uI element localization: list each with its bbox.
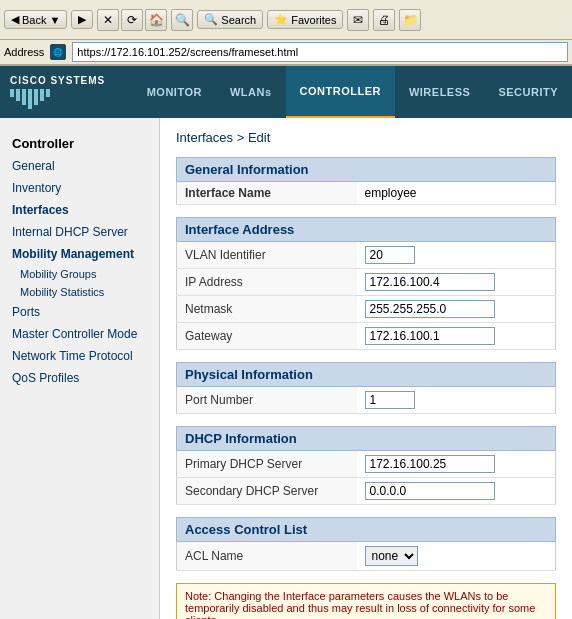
nav-tabs: MONITOR WLANs CONTROLLER WIRELESS SECURI… — [133, 66, 572, 118]
table-row: Primary DHCP Server — [177, 451, 556, 478]
refresh-button[interactable]: ⟳ — [121, 9, 143, 31]
sidebar: Controller General Inventory Interfaces … — [0, 118, 160, 619]
note-box: Note: Changing the Interface parameters … — [176, 583, 556, 619]
sidebar-item-qos[interactable]: QoS Profiles — [0, 367, 159, 389]
main-container: Controller General Inventory Interfaces … — [0, 118, 572, 619]
tab-monitor[interactable]: MONITOR — [133, 66, 216, 118]
address-bar: Address 🌐 — [0, 40, 572, 66]
primary-dhcp-label: Primary DHCP Server — [177, 451, 357, 478]
bar2 — [16, 89, 20, 101]
back-button[interactable]: ◀ Back ▼ — [4, 10, 67, 29]
address-label: Address — [4, 46, 44, 58]
section-dhcp-title: DHCP Information — [176, 426, 556, 451]
back-arrow-icon: ◀ — [11, 13, 19, 26]
stop-button[interactable]: ✕ — [97, 9, 119, 31]
secondary-dhcp-label: Secondary DHCP Server — [177, 478, 357, 505]
browser-toolbar: ◀ Back ▼ ▶ ✕ ⟳ 🏠 🔍 🔍 Search ⭐ Favorites … — [0, 0, 572, 40]
dhcp-table: Primary DHCP Server Secondary DHCP Serve… — [176, 451, 556, 505]
table-row: ACL Name none — [177, 542, 556, 571]
search-button[interactable]: 🔍 Search — [197, 10, 263, 29]
sidebar-item-ports[interactable]: Ports — [0, 301, 159, 323]
favorites-button[interactable]: ⭐ Favorites — [267, 10, 343, 29]
sidebar-item-mobility-groups[interactable]: Mobility Groups — [0, 265, 159, 283]
star-icon: ⭐ — [274, 13, 288, 26]
physical-table: Port Number — [176, 387, 556, 414]
back-label: Back — [22, 14, 46, 26]
url-input[interactable] — [72, 42, 568, 62]
bar6 — [40, 89, 44, 101]
ip-label: IP Address — [177, 269, 357, 296]
tab-wlans[interactable]: WLANs — [216, 66, 286, 118]
port-label: Port Number — [177, 387, 357, 414]
content-area: Interfaces > Edit General Information In… — [160, 118, 572, 619]
vlan-input[interactable] — [365, 246, 415, 264]
gateway-input[interactable] — [365, 327, 495, 345]
port-input[interactable] — [365, 391, 415, 409]
sidebar-item-inventory[interactable]: Inventory — [0, 177, 159, 199]
address-table: VLAN Identifier IP Address Netmask Gatew… — [176, 242, 556, 350]
bar7 — [46, 89, 50, 97]
netmask-input[interactable] — [365, 300, 495, 318]
sidebar-item-mobility[interactable]: Mobility Management — [0, 243, 159, 265]
sidebar-item-ntp[interactable]: Network Time Protocol — [0, 345, 159, 367]
table-row: IP Address — [177, 269, 556, 296]
breadcrumb: Interfaces > Edit — [176, 130, 556, 145]
acl-table: ACL Name none — [176, 542, 556, 571]
back-dropdown-icon: ▼ — [49, 14, 60, 26]
section-physical-title: Physical Information — [176, 362, 556, 387]
sidebar-item-general[interactable]: General — [0, 155, 159, 177]
forward-icon: ▶ — [78, 13, 86, 26]
tab-controller[interactable]: CONTROLLER — [286, 66, 395, 118]
tab-wireless[interactable]: WIRELESS — [395, 66, 484, 118]
general-info-table: Interface Name employee — [176, 182, 556, 205]
section-address-title: Interface Address — [176, 217, 556, 242]
table-row: Gateway — [177, 323, 556, 350]
search-icon: 🔍 — [204, 13, 218, 26]
bar3 — [22, 89, 26, 105]
folder-icon[interactable]: 📁 — [399, 9, 421, 31]
mail-icon[interactable]: ✉ — [347, 9, 369, 31]
sidebar-item-dhcp[interactable]: Internal DHCP Server — [0, 221, 159, 243]
cisco-logo-text: CISCO SYSTEMS — [10, 75, 123, 86]
search-label: Search — [221, 14, 256, 26]
search-area: 🔍 🔍 Search — [171, 9, 263, 31]
favorites-label: Favorites — [291, 14, 336, 26]
section-acl-title: Access Control List — [176, 517, 556, 542]
bar1 — [10, 89, 14, 97]
section-general-title: General Information — [176, 157, 556, 182]
sidebar-item-interfaces[interactable]: Interfaces — [0, 199, 159, 221]
table-row: Secondary DHCP Server — [177, 478, 556, 505]
print-icon[interactable]: 🖨 — [373, 9, 395, 31]
forward-button[interactable]: ▶ — [71, 10, 93, 29]
primary-dhcp-input[interactable] — [365, 455, 495, 473]
table-row: Netmask — [177, 296, 556, 323]
page-icon: 🌐 — [50, 44, 66, 60]
sidebar-item-mobility-stats[interactable]: Mobility Statistics — [0, 283, 159, 301]
gateway-label: Gateway — [177, 323, 357, 350]
netmask-label: Netmask — [177, 296, 357, 323]
nav-icons: ✕ ⟳ 🏠 — [97, 9, 167, 31]
sidebar-header: Controller — [0, 128, 159, 155]
note-text: Note: Changing the Interface parameters … — [185, 590, 535, 619]
home-button[interactable]: 🏠 — [145, 9, 167, 31]
table-row: Port Number — [177, 387, 556, 414]
interface-name-label: Interface Name — [177, 182, 357, 205]
ip-input[interactable] — [365, 273, 495, 291]
cisco-header: CISCO SYSTEMS MONITOR WLANs CONTROLLER W… — [0, 66, 572, 118]
sidebar-item-master-controller[interactable]: Master Controller Mode — [0, 323, 159, 345]
secondary-dhcp-input[interactable] — [365, 482, 495, 500]
bar5 — [34, 89, 38, 105]
cisco-logo: CISCO SYSTEMS — [0, 69, 133, 115]
bar4 — [28, 89, 32, 109]
tab-security[interactable]: SECURITY — [484, 66, 572, 118]
acl-select[interactable]: none — [365, 546, 418, 566]
acl-name-label: ACL Name — [177, 542, 357, 571]
vlan-label: VLAN Identifier — [177, 242, 357, 269]
search-glass-icon: 🔍 — [171, 9, 193, 31]
table-row: VLAN Identifier — [177, 242, 556, 269]
table-row: Interface Name employee — [177, 182, 556, 205]
cisco-logo-bars — [10, 89, 123, 109]
interface-name-value: employee — [357, 182, 556, 205]
